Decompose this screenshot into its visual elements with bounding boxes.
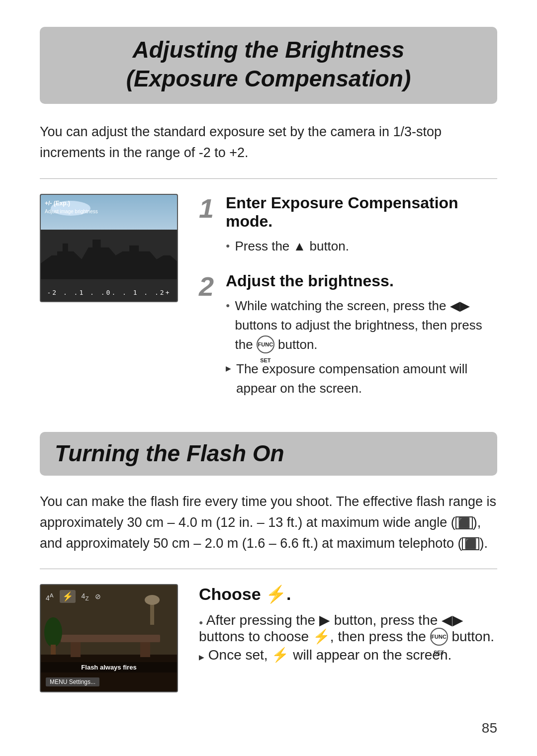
step2-heading: Adjust the brightness. [226,272,497,290]
page-number: 85 [482,720,497,736]
step1: 1 Enter Exposure Compensation mode. ● Pr… [199,194,497,261]
choose-bullet2: ▶ Once set, ⚡ will appear on the screen. [199,647,497,663]
flash-icons-row: 4A ⚡ 4Z ⊘ [46,590,172,603]
func-set-icon2: FUNCSET [430,628,448,646]
section1-header: Adjusting the Brightness (Exposure Compe… [40,27,497,104]
flash-icon-4z: 4Z [82,592,89,601]
camera-overlay-text: +/- (Exp.) [45,200,70,207]
camera-screen-exposure: +/- (Exp.) Adjust image brightness -2 . … [40,194,178,302]
choose-heading: Choose ⚡. [199,584,497,604]
step2-bullet1: ● While watching the screen, press the ◀… [226,296,497,354]
step1-number: 1 [199,194,217,222]
flash-menu-label: MENU Settings... [46,677,99,686]
section2-content: 4A ⚡ 4Z ⊘ Flash always fires MENU Settin… [40,584,497,692]
step1-content: Enter Exposure Compensation mode. ● Pres… [226,194,497,261]
step2-number: 2 [199,272,217,300]
section1-title: Adjusting the Brightness (Exposure Compe… [55,36,482,93]
flash-always-fires-label: Flash always fires [41,662,177,672]
arrow-icon2: ▶ [199,653,204,661]
section1-intro: You can adjust the standard exposure set… [40,122,497,164]
bullet-dot-icon3: ● [199,618,203,626]
step1-heading: Enter Exposure Compensation mode. [226,194,497,231]
choose-bullet1: ● After pressing the ▶ button, press the… [199,612,497,647]
camera-screen-flash: 4A ⚡ 4Z ⊘ Flash always fires MENU Settin… [40,584,178,692]
camera-scale-bar: -2 . .1 . .0. . 1 . .2+ [41,289,177,296]
camera-cityline [41,240,177,279]
divider1 [40,178,497,179]
func-set-icon: FUNCSET [257,336,274,353]
step1-bullet1: ● Press the ▲ button. [226,237,497,256]
flash-camera-image: 4A ⚡ 4Z ⊘ Flash always fires MENU Settin… [40,584,179,692]
arrow-icon: ▶ [226,363,231,374]
camera-subtitle-text: Adjust image brightness [45,209,98,214]
svg-point-6 [44,617,62,647]
bullet-dot-icon2: ● [226,300,230,311]
svg-rect-2 [41,655,178,692]
step2-content: Adjust the brightness. ● While watching … [226,272,497,403]
exposure-camera-image: +/- (Exp.) Adjust image brightness -2 . … [40,194,179,414]
svg-rect-3 [61,635,160,642]
divider2 [40,569,497,569]
svg-rect-5 [140,642,150,657]
flash-icon-4a: 4A [46,592,54,602]
choose-step-col: Choose ⚡. ● After pressing the ▶ button,… [199,584,497,692]
section1-content: +/- (Exp.) Adjust image brightness -2 . … [40,194,497,414]
svg-rect-7 [51,645,56,655]
steps-column: 1 Enter Exposure Compensation mode. ● Pr… [199,194,497,414]
section2-header: Turning the Flash On [40,432,497,476]
bullet-dot-icon: ● [226,241,230,251]
section2-intro: You can make the flash fire every time y… [40,492,497,554]
svg-rect-4 [71,642,81,657]
section2-title: Turning the Flash On [55,440,482,467]
step2: 2 Adjust the brightness. ● While watchin… [199,272,497,403]
flash-icon-circle: ⊘ [95,592,101,600]
choose-step: Choose ⚡. ● After pressing the ▶ button,… [199,584,497,663]
flash-icon-selected: ⚡ [60,590,76,603]
